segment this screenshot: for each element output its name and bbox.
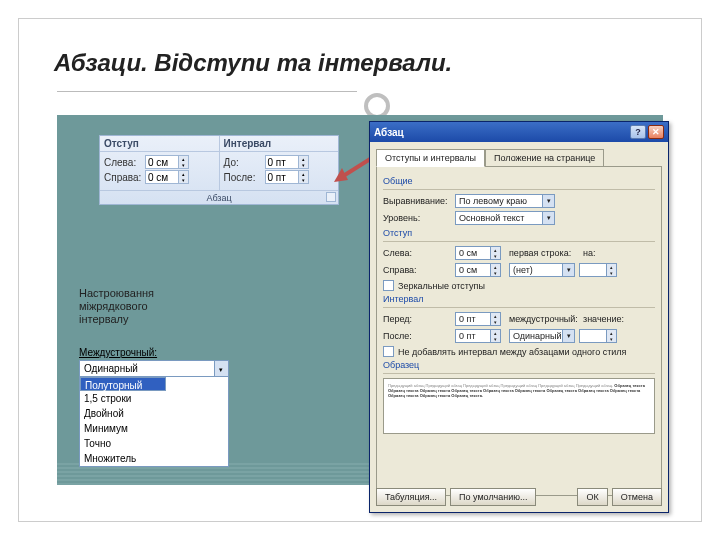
preview-box: Предыдущий абзац Предыдущий абзац Предыд… [383,378,655,434]
value-label: значение: [583,314,619,324]
dialog-title: Абзац [374,127,404,138]
title-underline [57,91,357,92]
combo-option[interactable]: 1,5 строки [80,391,228,406]
combo-list: Полуторный 1,5 строки Двойной Минимум То… [80,376,228,466]
spacing-before-spinner[interactable]: 0 пт [265,155,309,169]
combo-option[interactable]: Двойной [80,406,228,421]
spacing-before-label: Перед: [383,314,451,324]
tab-indents[interactable]: Отступы и интервалы [376,149,485,167]
default-button[interactable]: По умолчанию... [450,488,536,506]
tabs-button[interactable]: Табуляция... [376,488,446,506]
combo-label: Междустрочный: [79,347,229,358]
line-spacing-label: междустрочный: [509,314,575,324]
spacing-after-label: После: [383,331,451,341]
section-general: Общие [383,176,655,186]
spacing-after-spinner[interactable]: 0 пт [265,170,309,184]
combo-option[interactable]: Точно [80,436,228,451]
ribbon-col2-header: Интервал [219,136,339,152]
alignment-select[interactable]: По левому краю [455,194,555,208]
alignment-label: Выравнивание: [383,196,451,206]
indent-right-spinner[interactable]: 0 см [455,263,501,277]
spacing-before-spinner[interactable]: 0 пт [455,312,501,326]
spacing-before-label: До: [224,157,262,168]
page-title: Абзаци. Відступи та інтервали. [54,49,452,77]
combo-selected-value: Одинарный [80,361,214,376]
line-spacing-select[interactable]: Одинарный [509,329,575,343]
ribbon-col1-header: Отступ [100,136,219,152]
first-line-select[interactable]: (нет) [509,263,575,277]
section-spacing: Интервал [383,294,655,304]
cancel-button[interactable]: Отмена [612,488,662,506]
paragraph-dialog: Абзац ? ✕ Отступы и интервалы Положение … [369,121,669,513]
annotation-text: Настроювання міжрядкового інтервалу [79,287,179,327]
help-button[interactable]: ? [630,125,646,139]
dialog-titlebar[interactable]: Абзац ? ✕ [370,122,668,142]
ribbon-paragraph-group: Отступ Интервал Слева: 0 см Справа: 0 см… [99,135,339,205]
combo-option[interactable]: Минимум [80,421,228,436]
line-spacing-value-spinner[interactable] [579,329,617,343]
indent-left-spinner[interactable]: 0 см [455,246,501,260]
spacing-after-spinner[interactable]: 0 пт [455,329,501,343]
indent-left-spinner[interactable]: 0 см [145,155,189,169]
close-button[interactable]: ✕ [648,125,664,139]
indent-left-label: Слева: [383,248,451,258]
level-select[interactable]: Основной текст [455,211,555,225]
combo-option[interactable]: Полуторный [80,377,166,391]
no-extra-space-checkbox[interactable]: Не добавлять интервал между абзацами одн… [383,346,655,357]
first-line-label: первая строка: [509,248,575,258]
indent-right-spinner[interactable]: 0 см [145,170,189,184]
line-spacing-combo: Междустрочный: Одинарный Полуторный 1,5 … [79,347,229,467]
chevron-down-icon[interactable] [214,361,228,376]
spacing-after-label: После: [224,172,262,183]
dialog-launcher[interactable] [326,192,336,202]
mirror-indents-checkbox[interactable]: Зеркальные отступы [383,280,655,291]
combo-box[interactable]: Одинарный Полуторный 1,5 строки Двойной … [79,360,229,467]
section-indent: Отступ [383,228,655,238]
on-label: на: [583,248,607,258]
indent-left-label: Слева: [104,157,142,168]
indent-right-label: Справа: [104,172,142,183]
section-preview: Образец [383,360,655,370]
ribbon-group-name: Абзац [206,193,231,203]
combo-option[interactable]: Множитель [80,451,228,466]
ok-button[interactable]: ОК [577,488,607,506]
tab-position[interactable]: Положение на странице [485,149,604,167]
indent-right-label: Справа: [383,265,451,275]
level-label: Уровень: [383,213,451,223]
first-line-value-spinner[interactable] [579,263,617,277]
